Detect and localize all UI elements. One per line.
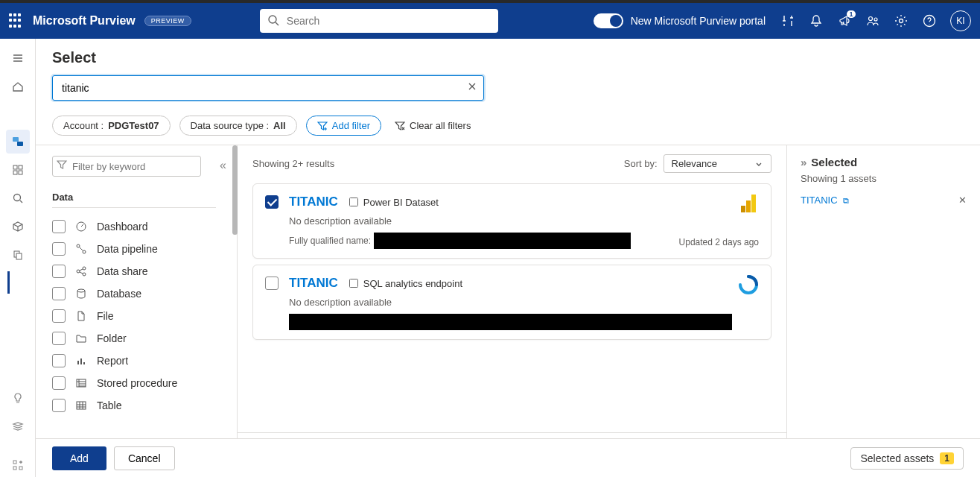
- page-title: Select: [52, 49, 964, 66]
- remove-selected-icon[interactable]: ✕: [958, 195, 967, 206]
- global-search-input[interactable]: [260, 9, 498, 33]
- facet-label: Data share: [97, 265, 147, 277]
- settings-icon[interactable]: [894, 13, 909, 28]
- file-icon: [74, 310, 88, 322]
- result-checkbox[interactable]: [265, 277, 279, 290]
- rail-package-icon[interactable]: [6, 215, 30, 238]
- cancel-button[interactable]: Cancel: [114, 446, 175, 470]
- facet-checkbox[interactable]: [52, 399, 66, 412]
- facet-checkbox[interactable]: [52, 354, 66, 367]
- redacted-value: [374, 233, 631, 249]
- facet-keyword-input[interactable]: [52, 156, 201, 177]
- svg-rect-7: [17, 142, 23, 146]
- rail-stack-icon[interactable]: [6, 414, 30, 438]
- facet-label: Dashboard: [97, 221, 148, 233]
- rail-grid-icon[interactable]: [6, 158, 30, 182]
- svg-rect-33: [746, 200, 751, 212]
- gauge-icon: [74, 221, 88, 233]
- rail-copy-icon[interactable]: [6, 243, 30, 267]
- svg-point-3: [874, 18, 877, 21]
- facet-label: Folder: [97, 332, 127, 344]
- bars-icon: [74, 355, 88, 367]
- svg-rect-11: [19, 171, 22, 174]
- rail-catalog-icon[interactable]: [6, 130, 30, 154]
- facet-checkbox[interactable]: [52, 332, 66, 345]
- facet-group-heading: Data: [52, 187, 216, 208]
- portal-toggle-label: New Microsoft Purview portal: [631, 15, 766, 27]
- asset-title-link[interactable]: TITANIC: [289, 195, 338, 209]
- sort-dropdown[interactable]: Relevance: [664, 154, 771, 173]
- people-icon[interactable]: [865, 13, 880, 28]
- user-avatar[interactable]: KI: [950, 10, 971, 31]
- datasource-filter-pill[interactable]: Data source type : All: [179, 116, 297, 136]
- brand-name: Microsoft Purview: [33, 14, 136, 28]
- db-icon: [74, 288, 88, 300]
- collapse-facets-icon[interactable]: «: [220, 159, 226, 172]
- svg-point-23: [83, 267, 86, 270]
- result-card[interactable]: TITANIC Power BI Dataset No description …: [252, 183, 771, 259]
- svg-point-12: [13, 195, 20, 201]
- facet-checkbox[interactable]: [52, 376, 66, 390]
- asset-source-icon: [738, 274, 759, 295]
- svg-point-4: [900, 19, 903, 23]
- diagnostics-icon[interactable]: [780, 13, 795, 28]
- results-summary: Showing 2+ results: [252, 158, 334, 169]
- facet-checkbox[interactable]: [52, 220, 66, 233]
- facet-label: Stored procedure: [97, 377, 177, 389]
- sproc-icon: [74, 377, 88, 389]
- svg-rect-35: [349, 279, 357, 288]
- share-icon: [74, 265, 88, 277]
- selected-asset-link[interactable]: TITANIC ⧉: [801, 195, 849, 206]
- asset-type-label: SQL analytics endpoint: [349, 278, 462, 289]
- asset-search-input[interactable]: [52, 75, 484, 101]
- svg-point-2: [869, 17, 873, 21]
- rail-apps-icon[interactable]: [6, 453, 30, 477]
- rail-home-icon[interactable]: [6, 75, 30, 98]
- svg-rect-30: [77, 402, 86, 409]
- left-nav-rail: [0, 39, 36, 477]
- selected-count-badge: 1: [940, 452, 954, 464]
- clear-filters-button[interactable]: Clear all filters: [390, 117, 475, 134]
- svg-rect-8: [13, 165, 17, 169]
- selected-assets-button[interactable]: Selected assets 1: [850, 447, 964, 470]
- result-card[interactable]: TITANIC SQL analytics endpoint No descri…: [252, 265, 771, 340]
- app-launcher-icon[interactable]: [9, 13, 24, 28]
- facet-checkbox[interactable]: [52, 265, 66, 278]
- asset-type-label: Power BI Dataset: [349, 197, 439, 208]
- svg-point-25: [77, 289, 85, 292]
- rail-search-icon[interactable]: [6, 186, 30, 210]
- asset-title-link[interactable]: TITANIC: [289, 276, 338, 291]
- add-filter-button[interactable]: Add filter: [306, 116, 381, 136]
- folder-icon: [74, 332, 88, 344]
- portal-toggle[interactable]: [594, 13, 623, 28]
- facet-checkbox[interactable]: [52, 309, 66, 323]
- facet-label: File: [97, 310, 114, 322]
- asset-source-icon: [741, 193, 759, 214]
- asset-description: No description available: [289, 215, 759, 227]
- help-icon[interactable]: [922, 13, 937, 28]
- asset-description: No description available: [289, 297, 759, 308]
- announcements-icon[interactable]: 1: [837, 13, 852, 28]
- svg-rect-10: [13, 171, 17, 174]
- rail-menu-icon[interactable]: [6, 46, 30, 70]
- svg-point-24: [83, 273, 86, 276]
- svg-rect-18: [19, 467, 22, 470]
- clear-search-icon[interactable]: [466, 80, 478, 92]
- rail-lightbulb-icon[interactable]: [6, 386, 30, 410]
- facet-checkbox[interactable]: [52, 242, 66, 256]
- facet-label: Data pipeline: [97, 243, 158, 255]
- notifications-icon[interactable]: [809, 13, 824, 28]
- add-button[interactable]: Add: [52, 446, 106, 470]
- account-filter-pill[interactable]: Account : PDGTest07: [52, 116, 171, 136]
- svg-rect-16: [13, 461, 16, 464]
- scrollbar-thumb[interactable]: [232, 145, 238, 235]
- redacted-value: [289, 314, 732, 330]
- facet-label: Table: [97, 399, 121, 411]
- result-checkbox[interactable]: [265, 195, 279, 209]
- asset-updated-text: Updated 2 days ago: [679, 237, 759, 247]
- svg-point-0: [269, 16, 276, 23]
- search-icon: [267, 14, 279, 26]
- facet-checkbox[interactable]: [52, 287, 66, 300]
- svg-rect-6: [13, 137, 19, 142]
- selected-count-text: Showing 1 assets: [801, 173, 967, 184]
